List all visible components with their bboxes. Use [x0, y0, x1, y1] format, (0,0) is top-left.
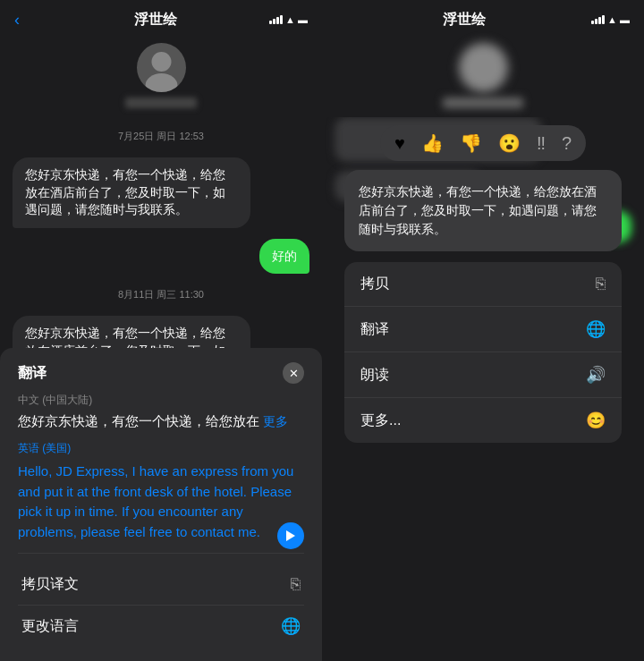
react-heart[interactable]: ♥ — [394, 133, 405, 154]
source-language-label: 中文 (中国大陆) — [18, 393, 304, 408]
message-outgoing-1: 好的 — [259, 239, 309, 275]
copy-menu-item[interactable]: 拷贝 ⎘ — [344, 262, 622, 307]
translate-menu-item[interactable]: 翻译 🌐 — [344, 307, 622, 352]
left-status-bar: ‹ 浮世绘 ▲ ▬ — [0, 0, 322, 36]
wifi-icon: ▲ — [285, 14, 295, 25]
target-text: Hello, JD Express, I have an express fro… — [18, 462, 304, 542]
highlighted-message: 您好京东快递，有您一个快递，给您放在酒店前台了，您及时取一下，如遇问题，请您随时… — [344, 170, 622, 251]
target-language-label: 英语 (美国) — [18, 441, 304, 456]
contact-name — [125, 97, 197, 108]
timestamp-2: 8月11日 周三 11:30 — [13, 288, 309, 301]
svg-point-0 — [151, 52, 171, 72]
source-text: 您好京东快递，有您一个快递，给您放在更多 — [18, 413, 304, 430]
copy-icon: ⎘ — [291, 575, 301, 594]
translation-title: 翻译 — [18, 364, 47, 383]
speak-menu-icon: 🔊 — [586, 365, 606, 385]
copy-translation-button[interactable]: 拷贝译文 ⎘ — [18, 564, 304, 606]
message-incoming-1: 您好京东快递，有您一个快递，给您放在酒店前台了，您及时取一下，如遇问题，请您随时… — [13, 157, 250, 228]
react-question[interactable]: ? — [562, 133, 572, 154]
react-emoji[interactable]: 😮 — [498, 132, 521, 154]
svg-marker-2 — [286, 530, 295, 541]
copy-menu-icon: ⎘ — [596, 275, 606, 293]
timestamp-1: 7月25日 周日 12:53 — [13, 130, 309, 143]
signal-icon — [269, 15, 283, 24]
translation-panel: 翻译 ✕ 中文 (中国大陆) 您好京东快递，有您一个快递，给您放在更多 英语 (… — [0, 348, 322, 661]
translate-menu-icon: 🌐 — [586, 319, 606, 339]
left-panel: ‹ 浮世绘 ▲ ▬ 7月25日 周日 12:53 您好京东快 — [0, 0, 322, 661]
play-translation-button[interactable] — [277, 522, 304, 549]
battery-icon: ▬ — [298, 14, 308, 25]
right-panel: 浮世绘 ▲ ▬ ♥ 👍 👎 😮 ‼ ? — [322, 0, 644, 661]
react-thumbsdown[interactable]: 👎 — [460, 132, 482, 154]
translate-icon: 🌐 — [281, 616, 301, 636]
left-title: 浮世绘 — [41, 11, 269, 30]
react-exclamation[interactable]: ‼ — [537, 133, 546, 154]
more-menu-icon: 😊 — [586, 411, 606, 430]
speak-menu-item[interactable]: 朗读 🔊 — [344, 352, 622, 398]
svg-point-1 — [145, 73, 177, 92]
context-overlay: ♥ 👍 👎 😮 ‼ ? 您好京东快递，有您一个快递，给您放在酒店前台了，您及时取… — [322, 0, 644, 661]
status-icons: ▲ ▬ — [269, 14, 308, 25]
change-language-button[interactable]: 更改语言 🌐 — [18, 606, 304, 647]
avatar — [137, 43, 186, 92]
context-menu: 拷贝 ⎘ 翻译 🌐 朗读 🔊 更多... 😊 — [344, 262, 622, 443]
left-header — [0, 36, 322, 117]
bottom-menu: 拷贝译文 ⎘ 更改语言 🌐 — [18, 553, 304, 647]
close-translation-button[interactable]: ✕ — [283, 362, 304, 384]
more-link[interactable]: 更多 — [263, 414, 288, 428]
translation-header: 翻译 ✕ — [18, 362, 304, 384]
more-menu-item[interactable]: 更多... 😊 — [344, 398, 622, 443]
back-button[interactable]: ‹ — [14, 11, 41, 30]
react-thumbsup[interactable]: 👍 — [421, 132, 444, 154]
reaction-bar: ♥ 👍 👎 😮 ‼ ? — [380, 125, 586, 161]
